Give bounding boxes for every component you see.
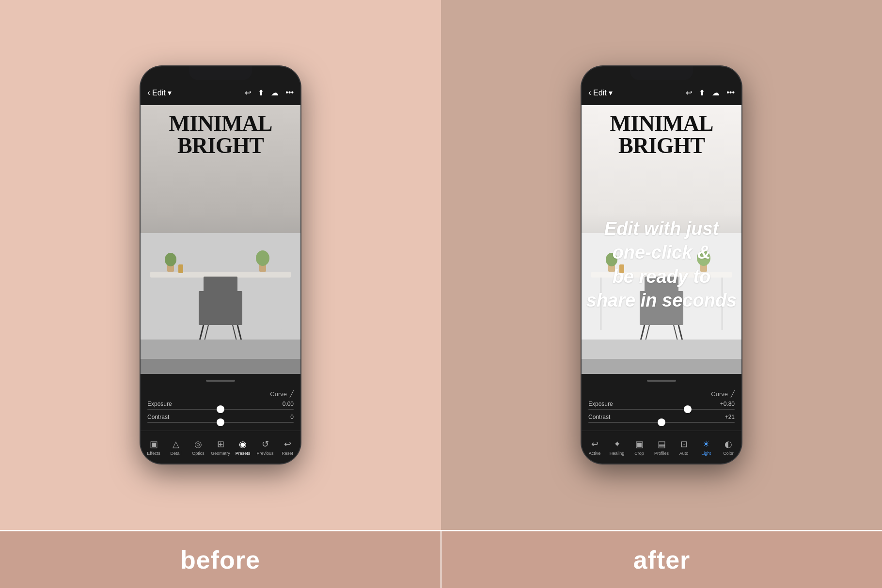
healing-label: Healing [610,451,625,456]
tool-active[interactable]: ↩ Active [583,439,606,456]
exposure-thumb-after[interactable] [684,405,692,413]
auto-icon: ⊡ [680,439,688,449]
promo-line3: be ready to [613,266,711,287]
photo-title-line1-after: MINIMAL [582,112,741,135]
tool-profiles[interactable]: ▤ Profiles [650,439,673,456]
crop-label: Crop [634,451,644,456]
reset-label: Reset [282,451,293,456]
presets-label: Presets [236,451,251,456]
undo-icon-before[interactable]: ↩ [245,88,251,97]
edit-label-before[interactable]: Edit ▾ [152,88,172,97]
svg-point-11 [165,253,176,266]
tool-effects[interactable]: ▣ Effects [142,439,165,456]
photo-text-after: MINIMAL BRIGHT [582,112,741,157]
phone-before: ‹ Edit ▾ ↩ ⬆ ☁ ••• MINIMAL [141,66,300,464]
contrast-thumb-before[interactable] [217,418,224,426]
promo-line1: Edit with just [604,218,719,239]
contrast-thumb-after[interactable] [658,418,665,426]
phone-topbar-after: ‹ Edit ▾ ↩ ⬆ ☁ ••• [582,80,741,105]
curve-icon-before[interactable]: ╱ [290,390,294,398]
photo-content-before: MINIMAL BRIGHT [141,105,300,374]
phone-handle-after [582,374,741,387]
effects-icon: ▣ [150,439,158,449]
curve-label-before: Curve [270,390,287,398]
tool-light[interactable]: ☀ Light [695,439,717,456]
detail-label: Detail [170,451,181,456]
edit-panel-before: Curve ╱ Exposure 0.00 [141,387,300,431]
phone-notch-after [630,66,693,80]
bottom-bar: before after [0,530,882,588]
promo-line4: share in seconds [586,290,737,310]
svg-rect-4 [199,291,242,325]
contrast-row-before: Contrast 0 [147,414,294,423]
handle-bar-before [206,380,235,382]
promo-line2: one-click & [613,243,711,263]
cloud-icon-before[interactable]: ☁ [271,88,279,97]
tool-previous[interactable]: ↺ Previous [254,439,276,456]
back-arrow-after[interactable]: ‹ [588,88,591,98]
svg-rect-14 [178,264,183,273]
curve-row-before: Curve ╱ [147,390,294,398]
tool-healing[interactable]: ✦ Healing [606,439,628,456]
contrast-track-after[interactable] [588,422,735,423]
phone-screen-before: ‹ Edit ▾ ↩ ⬆ ☁ ••• MINIMAL [141,66,300,464]
color-icon: ◐ [724,439,732,449]
active-label: Active [589,451,601,456]
topbar-right-before: ↩ ⬆ ☁ ••• [245,88,294,97]
tool-auto[interactable]: ⊡ Auto [673,439,695,456]
toolbar-after: ↩ Active ✦ Healing ▣ Crop ▤ Profiles [582,431,741,464]
before-label: before [180,545,260,574]
previous-icon: ↺ [262,439,269,449]
svg-rect-31 [582,340,741,359]
tool-optics[interactable]: ◎ Optics [187,439,209,456]
contrast-value-before: 0 [290,414,294,420]
exposure-track-before[interactable] [147,409,294,410]
presets-icon: ◉ [239,439,247,449]
more-icon-after[interactable]: ••• [726,88,735,97]
toolbar-before: ▣ Effects △ Detail ◎ Optics ⊞ Geometry [141,431,300,464]
share-icon-after[interactable]: ⬆ [699,88,705,97]
undo-icon-after[interactable]: ↩ [686,88,692,97]
center-promo-text: Edit with just one-click & be ready to s… [579,217,744,313]
crop-icon: ▣ [635,439,644,449]
active-icon: ↩ [591,439,598,449]
svg-point-13 [256,250,269,266]
more-icon-before[interactable]: ••• [285,88,294,97]
photo-text-before: MINIMAL BRIGHT [141,112,300,157]
share-icon-before[interactable]: ⬆ [258,88,264,97]
tool-presets[interactable]: ◉ Presets [232,439,254,456]
scene-svg-before [141,218,300,374]
edit-label-after[interactable]: Edit ▾ [593,88,613,97]
light-icon: ☀ [702,439,710,449]
phone-topbar-before: ‹ Edit ▾ ↩ ⬆ ☁ ••• [141,80,300,105]
tool-detail[interactable]: △ Detail [165,439,187,456]
light-label: Light [701,451,711,456]
tool-reset[interactable]: ↩ Reset [276,439,299,456]
photo-title-line1-before: MINIMAL [141,112,300,135]
optics-label: Optics [192,451,205,456]
tool-geometry[interactable]: ⊞ Geometry [209,439,232,456]
tool-color[interactable]: ◐ Color [717,439,740,456]
tool-crop[interactable]: ▣ Crop [628,439,650,456]
exposure-thumb-before[interactable] [217,405,224,413]
photo-title-line2-after: BRIGHT [582,135,741,157]
cloud-icon-after[interactable]: ☁ [712,88,720,97]
exposure-value-before: 0.00 [283,401,294,407]
phone-photo-before: MINIMAL BRIGHT [141,105,300,374]
color-label: Color [723,451,734,456]
contrast-track-before[interactable] [147,422,294,423]
curve-row-after: Curve ╱ [588,390,735,398]
optics-icon: ◎ [194,439,202,449]
topbar-right-after: ↩ ⬆ ☁ ••• [686,88,735,97]
back-arrow-before[interactable]: ‹ [147,88,150,98]
after-label: after [633,545,691,574]
phone-notch-before [189,66,252,80]
contrast-label-before: Contrast [147,414,169,420]
left-panel-before: ‹ Edit ▾ ↩ ⬆ ☁ ••• MINIMAL [0,0,441,530]
exposure-row-before: Exposure 0.00 [147,401,294,410]
contrast-value-after: +21 [725,414,735,420]
bottom-before-section: before [0,530,441,588]
curve-icon-after[interactable]: ╱ [731,390,735,398]
exposure-track-after[interactable] [588,409,735,410]
main-area: ‹ Edit ▾ ↩ ⬆ ☁ ••• MINIMAL [0,0,882,530]
